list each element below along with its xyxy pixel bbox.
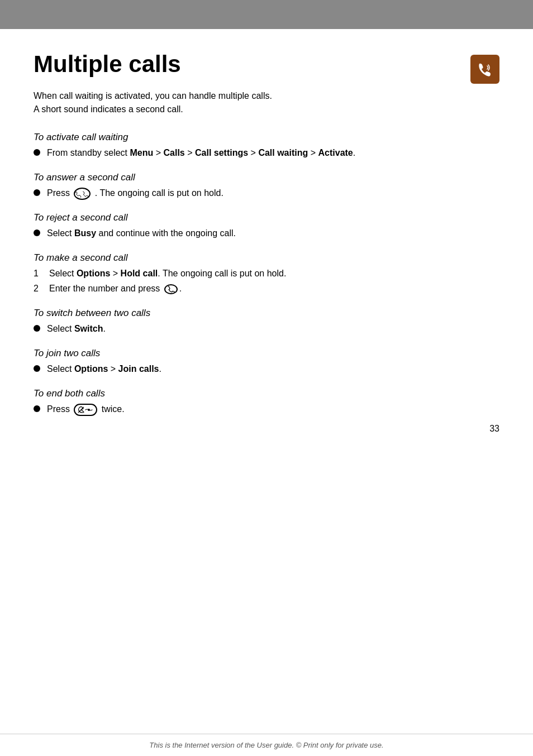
list-item: Press twice. [34,403,499,416]
section-title-switch: To switch between two calls [34,308,499,319]
reject-list: Select Busy and continue with the ongoin… [34,227,499,240]
call-button-icon [74,188,91,200]
join-list: Select Options > Join calls. [34,362,499,376]
section-title-make: To make a second call [34,252,499,264]
page-subtitle: When call waiting is activated, you can … [34,89,499,116]
section-end-calls: To end both calls Press [34,388,499,416]
list-item: From standby select Menu > Calls > Call … [34,146,499,160]
section-title-answer: To answer a second call [34,172,499,183]
item-content: Press twice. [47,403,499,416]
section-title-end: To end both calls [34,388,499,399]
bullet-icon [34,325,40,332]
section-join-calls: To join two calls Select Options > Join … [34,348,499,376]
section-reject-second-call: To reject a second call Select Busy and … [34,212,499,240]
bullet-icon [34,229,40,236]
section-answer-second-call: To answer a second call Press [34,172,499,200]
item-content: Select Switch. [47,322,499,336]
item-content: From standby select Menu > Calls > Call … [47,146,499,160]
end-list: Press twice. [34,403,499,416]
answer-list: Press . The ongoing call is put on hold. [34,186,499,200]
bullet-icon [34,365,40,372]
section-make-second-call: To make a second call 1 Select Options >… [34,252,499,295]
section-activate-call-waiting: To activate call waiting From standby se… [34,132,499,160]
bullet-icon [34,149,40,156]
make-call-list: 1 Select Options > Hold call. The ongoin… [34,267,499,295]
phone-icon-box [470,55,499,84]
list-item: 1 Select Options > Hold call. The ongoin… [34,267,499,280]
footer-text: This is the Internet version of the User… [149,741,383,749]
section-title-activate: To activate call waiting [34,132,499,143]
list-number: 2 [34,282,45,295]
top-bar [0,0,533,29]
bullet-icon [34,405,40,412]
svg-rect-0 [475,59,495,79]
phone-sound-icon [475,59,495,79]
footer: This is the Internet version of the User… [0,734,533,756]
list-item: Press . The ongoing call is put on hold. [34,186,499,200]
switch-list: Select Switch. [34,322,499,336]
page-header: Multiple calls [34,51,499,84]
page-number: 33 [489,424,499,434]
section-switch-calls: To switch between two calls Select Switc… [34,308,499,336]
page-title: Multiple calls [34,51,181,77]
item-content: Press . The ongoing call is put on hold. [47,186,499,200]
list-item: Select Options > Join calls. [34,362,499,376]
activate-list: From standby select Menu > Calls > Call … [34,146,499,160]
main-content: Multiple calls When call waiting is acti… [0,29,533,462]
section-title-join: To join two calls [34,348,499,359]
section-title-reject: To reject a second call [34,212,499,223]
end-call-icon [74,404,97,416]
item-content: Select Options > Join calls. [47,362,499,376]
list-number: 1 [34,267,45,280]
list-item: Select Busy and continue with the ongoin… [34,227,499,240]
bullet-icon [34,189,40,196]
list-item: Select Switch. [34,322,499,336]
list-item: 2 Enter the number and press . [34,282,499,295]
call-icon-inline [164,284,178,294]
item-content: Select Busy and continue with the ongoin… [47,227,499,240]
item-content: Select Options > Hold call. The ongoing … [49,267,499,280]
item-content: Enter the number and press . [49,282,499,295]
